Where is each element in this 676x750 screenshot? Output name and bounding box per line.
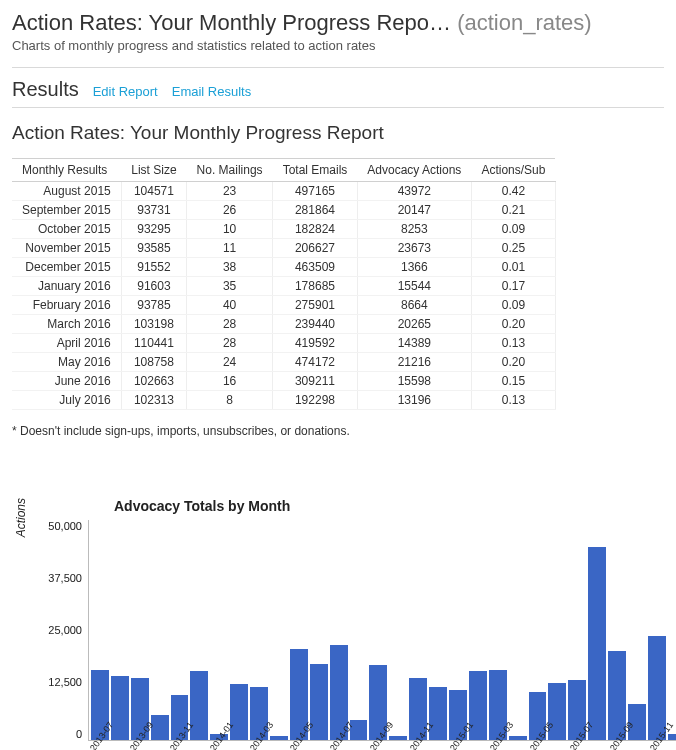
- table-row: April 201611044128419592143890.13: [12, 334, 555, 353]
- cell-mailings: 23: [187, 182, 273, 201]
- cell-rate: 0.21: [471, 201, 555, 220]
- cell-emails: 309211: [273, 372, 358, 391]
- results-table: Monthly Results List Size No. Mailings T…: [12, 158, 556, 410]
- col-actions-sub: Actions/Sub: [471, 159, 555, 182]
- chart-ylabel: Actions: [12, 498, 28, 617]
- cell-list-size: 102313: [121, 391, 186, 410]
- cell-list-size: 110441: [121, 334, 186, 353]
- cell-actions: 20265: [357, 315, 471, 334]
- cell-mailings: 28: [187, 334, 273, 353]
- cell-list-size: 108758: [121, 353, 186, 372]
- cell-month: January 2016: [12, 277, 121, 296]
- cell-month: July 2016: [12, 391, 121, 410]
- cell-month: November 2015: [12, 239, 121, 258]
- page-subtitle: Charts of monthly progress and statistic…: [12, 38, 664, 53]
- cell-month: August 2015: [12, 182, 121, 201]
- cell-rate: 0.13: [471, 334, 555, 353]
- ytick: 0: [76, 728, 82, 740]
- cell-mailings: 16: [187, 372, 273, 391]
- advocacy-chart: Actions Advocacy Totals by Month 50,0003…: [12, 498, 664, 750]
- ytick: 50,000: [48, 520, 82, 532]
- divider: [12, 67, 664, 68]
- col-advocacy-actions: Advocacy Actions: [357, 159, 471, 182]
- cell-month: May 2016: [12, 353, 121, 372]
- cell-actions: 20147: [357, 201, 471, 220]
- cell-actions: 43972: [357, 182, 471, 201]
- cell-month: October 2015: [12, 220, 121, 239]
- cell-list-size: 102663: [121, 372, 186, 391]
- page-title-main: Action Rates: Your Monthly Progress Repo…: [12, 10, 451, 35]
- cell-emails: 178685: [273, 277, 358, 296]
- cell-month: June 2016: [12, 372, 121, 391]
- edit-report-link[interactable]: Edit Report: [93, 84, 158, 99]
- chart-bar: [111, 676, 129, 740]
- table-row: November 20159358511206627236730.25: [12, 239, 555, 258]
- cell-mailings: 10: [187, 220, 273, 239]
- table-row: August 201510457123497165439720.42: [12, 182, 555, 201]
- table-footnote: * Doesn't include sign-ups, imports, uns…: [12, 424, 664, 438]
- cell-emails: 419592: [273, 334, 358, 353]
- cell-rate: 0.15: [471, 372, 555, 391]
- cell-list-size: 93785: [121, 296, 186, 315]
- cell-rate: 0.09: [471, 296, 555, 315]
- cell-month: April 2016: [12, 334, 121, 353]
- cell-rate: 0.42: [471, 182, 555, 201]
- col-no-mailings: No. Mailings: [187, 159, 273, 182]
- divider: [12, 107, 664, 108]
- cell-rate: 0.09: [471, 220, 555, 239]
- table-row: February 2016937854027590186640.09: [12, 296, 555, 315]
- table-row: May 201610875824474172212160.20: [12, 353, 555, 372]
- cell-mailings: 24: [187, 353, 273, 372]
- cell-mailings: 8: [187, 391, 273, 410]
- cell-actions: 14389: [357, 334, 471, 353]
- table-row: December 2015915523846350913660.01: [12, 258, 555, 277]
- table-header-row: Monthly Results List Size No. Mailings T…: [12, 159, 555, 182]
- email-results-link[interactable]: Email Results: [172, 84, 251, 99]
- chart-yticks: 50,00037,50025,00012,5000: [32, 520, 88, 740]
- cell-list-size: 103198: [121, 315, 186, 334]
- cell-emails: 275901: [273, 296, 358, 315]
- ytick: 37,500: [48, 572, 82, 584]
- results-header: Results Edit Report Email Results: [12, 78, 664, 101]
- cell-month: February 2016: [12, 296, 121, 315]
- report-title: Action Rates: Your Monthly Progress Repo…: [12, 122, 664, 144]
- cell-mailings: 26: [187, 201, 273, 220]
- cell-list-size: 93295: [121, 220, 186, 239]
- col-list-size: List Size: [121, 159, 186, 182]
- cell-emails: 182824: [273, 220, 358, 239]
- cell-actions: 8253: [357, 220, 471, 239]
- table-row: June 201610266316309211155980.15: [12, 372, 555, 391]
- table-row: September 20159373126281864201470.21: [12, 201, 555, 220]
- cell-mailings: 11: [187, 239, 273, 258]
- page-title-slug: (action_rates): [457, 10, 592, 35]
- table-row: March 201610319828239440202650.20: [12, 315, 555, 334]
- cell-emails: 497165: [273, 182, 358, 201]
- chart-title: Advocacy Totals by Month: [114, 498, 676, 514]
- ytick: 25,000: [48, 624, 82, 636]
- cell-month: September 2015: [12, 201, 121, 220]
- cell-emails: 206627: [273, 239, 358, 258]
- cell-list-size: 91552: [121, 258, 186, 277]
- chart-bar: [190, 671, 208, 740]
- col-total-emails: Total Emails: [273, 159, 358, 182]
- cell-rate: 0.20: [471, 353, 555, 372]
- cell-mailings: 38: [187, 258, 273, 277]
- cell-actions: 23673: [357, 239, 471, 258]
- cell-list-size: 93585: [121, 239, 186, 258]
- cell-rate: 0.13: [471, 391, 555, 410]
- cell-month: March 2016: [12, 315, 121, 334]
- table-row: July 20161023138192298131960.13: [12, 391, 555, 410]
- cell-emails: 192298: [273, 391, 358, 410]
- cell-emails: 281864: [273, 201, 358, 220]
- chart-bar: [230, 684, 248, 740]
- cell-list-size: 104571: [121, 182, 186, 201]
- cell-actions: 1366: [357, 258, 471, 277]
- cell-actions: 13196: [357, 391, 471, 410]
- col-monthly-results: Monthly Results: [12, 159, 121, 182]
- cell-list-size: 93731: [121, 201, 186, 220]
- page-title: Action Rates: Your Monthly Progress Repo…: [12, 10, 664, 36]
- chart-plot-area: [88, 520, 676, 741]
- cell-emails: 239440: [273, 315, 358, 334]
- table-row: October 2015932951018282482530.09: [12, 220, 555, 239]
- results-heading: Results: [12, 78, 79, 101]
